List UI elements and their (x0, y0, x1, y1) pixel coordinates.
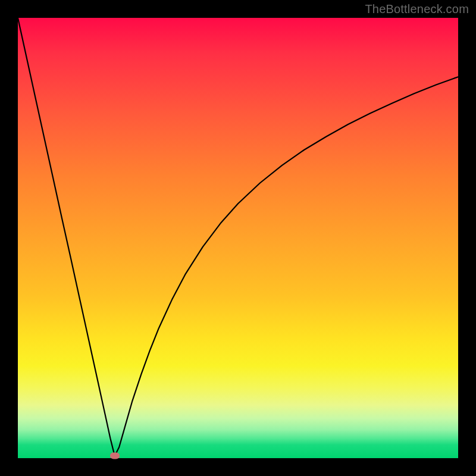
optimum-marker (110, 453, 120, 459)
plot-area (18, 18, 458, 458)
watermark-text: TheBottleneck.com (365, 2, 469, 16)
deviation-curve (18, 18, 458, 456)
chart-frame: TheBottleneck.com (0, 0, 476, 476)
curve-svg (18, 18, 458, 458)
